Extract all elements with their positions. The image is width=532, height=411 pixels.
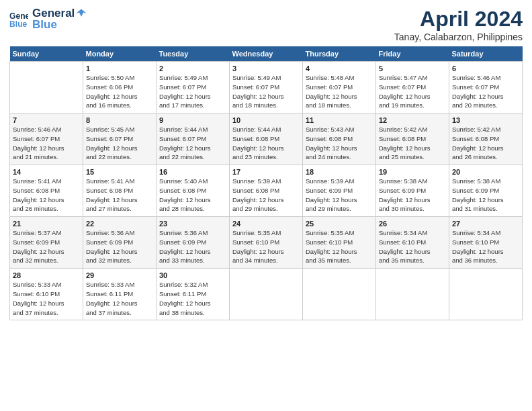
table-row bbox=[303, 269, 376, 320]
day-number: 17 bbox=[232, 168, 300, 176]
day-info: Sunrise: 5:41 AM Sunset: 6:08 PM Dayligh… bbox=[86, 177, 153, 214]
table-row: 18Sunrise: 5:39 AM Sunset: 6:09 PM Dayli… bbox=[303, 165, 376, 217]
day-info: Sunrise: 5:47 AM Sunset: 6:07 PM Dayligh… bbox=[379, 73, 446, 110]
day-number: 30 bbox=[159, 271, 226, 279]
day-number: 3 bbox=[232, 64, 300, 73]
calendar-week-5: 28Sunrise: 5:33 AM Sunset: 6:10 PM Dayli… bbox=[10, 269, 523, 320]
day-number: 13 bbox=[452, 116, 519, 124]
day-info: Sunrise: 5:35 AM Sunset: 6:10 PM Dayligh… bbox=[232, 228, 300, 265]
day-info: Sunrise: 5:39 AM Sunset: 6:09 PM Dayligh… bbox=[306, 177, 373, 214]
day-info: Sunrise: 5:41 AM Sunset: 6:08 PM Dayligh… bbox=[13, 177, 80, 214]
day-info: Sunrise: 5:46 AM Sunset: 6:07 PM Dayligh… bbox=[13, 125, 80, 162]
page-subtitle: Tanay, Calabarzon, Philippines bbox=[394, 32, 523, 42]
day-info: Sunrise: 5:43 AM Sunset: 6:08 PM Dayligh… bbox=[306, 125, 373, 162]
day-info: Sunrise: 5:33 AM Sunset: 6:10 PM Dayligh… bbox=[13, 280, 80, 317]
col-monday: Monday bbox=[83, 46, 157, 62]
day-number: 8 bbox=[86, 116, 153, 124]
title-block: April 2024 Tanay, Calabarzon, Philippine… bbox=[394, 7, 523, 42]
page-title: April 2024 bbox=[394, 7, 523, 32]
logo-blue: Blue bbox=[32, 18, 87, 32]
svg-marker-3 bbox=[76, 9, 87, 17]
table-row: 24Sunrise: 5:35 AM Sunset: 6:10 PM Dayli… bbox=[230, 217, 303, 269]
calendar-table: Sunday Monday Tuesday Wednesday Thursday… bbox=[9, 46, 523, 320]
table-row: 27Sunrise: 5:34 AM Sunset: 6:10 PM Dayli… bbox=[449, 217, 523, 269]
col-tuesday: Tuesday bbox=[157, 46, 230, 62]
day-number: 15 bbox=[86, 168, 153, 176]
table-row: 20Sunrise: 5:38 AM Sunset: 6:09 PM Dayli… bbox=[449, 165, 523, 217]
col-friday: Friday bbox=[376, 46, 449, 62]
day-info: Sunrise: 5:44 AM Sunset: 6:07 PM Dayligh… bbox=[159, 125, 226, 162]
table-row: 16Sunrise: 5:40 AM Sunset: 6:08 PM Dayli… bbox=[157, 165, 230, 217]
day-info: Sunrise: 5:46 AM Sunset: 6:07 PM Dayligh… bbox=[452, 73, 519, 110]
calendar-week-1: 1Sunrise: 5:50 AM Sunset: 6:06 PM Daylig… bbox=[10, 62, 523, 113]
day-info: Sunrise: 5:36 AM Sunset: 6:09 PM Dayligh… bbox=[159, 228, 226, 265]
calendar-week-3: 14Sunrise: 5:41 AM Sunset: 6:08 PM Dayli… bbox=[10, 165, 523, 217]
calendar-week-4: 21Sunrise: 5:37 AM Sunset: 6:09 PM Dayli… bbox=[10, 217, 523, 269]
day-info: Sunrise: 5:37 AM Sunset: 6:09 PM Dayligh… bbox=[13, 228, 80, 265]
table-row bbox=[10, 62, 83, 113]
day-number: 25 bbox=[306, 220, 373, 228]
table-row: 14Sunrise: 5:41 AM Sunset: 6:08 PM Dayli… bbox=[10, 165, 83, 217]
day-info: Sunrise: 5:38 AM Sunset: 6:09 PM Dayligh… bbox=[452, 177, 519, 214]
day-info: Sunrise: 5:42 AM Sunset: 6:08 PM Dayligh… bbox=[379, 125, 446, 162]
table-row: 4Sunrise: 5:48 AM Sunset: 6:07 PM Daylig… bbox=[303, 62, 376, 113]
svg-text:Blue: Blue bbox=[9, 19, 28, 29]
day-info: Sunrise: 5:32 AM Sunset: 6:11 PM Dayligh… bbox=[159, 280, 226, 317]
table-row: 23Sunrise: 5:36 AM Sunset: 6:09 PM Dayli… bbox=[157, 217, 230, 269]
header-row: Sunday Monday Tuesday Wednesday Thursday… bbox=[10, 46, 523, 62]
day-info: Sunrise: 5:48 AM Sunset: 6:07 PM Dayligh… bbox=[306, 73, 373, 110]
day-info: Sunrise: 5:49 AM Sunset: 6:07 PM Dayligh… bbox=[232, 73, 300, 110]
logo: General Blue General Blue bbox=[9, 7, 87, 32]
table-row: 1Sunrise: 5:50 AM Sunset: 6:06 PM Daylig… bbox=[83, 62, 157, 113]
day-number: 20 bbox=[452, 168, 519, 176]
day-number: 16 bbox=[159, 168, 226, 176]
day-number: 26 bbox=[379, 220, 446, 228]
day-info: Sunrise: 5:36 AM Sunset: 6:09 PM Dayligh… bbox=[86, 228, 153, 265]
table-row: 25Sunrise: 5:35 AM Sunset: 6:10 PM Dayli… bbox=[303, 217, 376, 269]
day-number: 19 bbox=[379, 168, 446, 176]
day-info: Sunrise: 5:35 AM Sunset: 6:10 PM Dayligh… bbox=[306, 228, 373, 265]
day-info: Sunrise: 5:45 AM Sunset: 6:07 PM Dayligh… bbox=[86, 125, 153, 162]
table-row: 5Sunrise: 5:47 AM Sunset: 6:07 PM Daylig… bbox=[376, 62, 449, 113]
table-row: 12Sunrise: 5:42 AM Sunset: 6:08 PM Dayli… bbox=[376, 113, 449, 165]
day-number: 21 bbox=[13, 220, 80, 228]
day-number: 6 bbox=[452, 64, 519, 73]
table-row: 30Sunrise: 5:32 AM Sunset: 6:11 PM Dayli… bbox=[157, 269, 230, 320]
table-row: 22Sunrise: 5:36 AM Sunset: 6:09 PM Dayli… bbox=[83, 217, 157, 269]
day-info: Sunrise: 5:40 AM Sunset: 6:08 PM Dayligh… bbox=[159, 177, 226, 214]
table-row: 9Sunrise: 5:44 AM Sunset: 6:07 PM Daylig… bbox=[157, 113, 230, 165]
day-number: 2 bbox=[159, 64, 226, 73]
table-row: 19Sunrise: 5:38 AM Sunset: 6:09 PM Dayli… bbox=[376, 165, 449, 217]
table-row bbox=[376, 269, 449, 320]
day-number: 18 bbox=[306, 168, 373, 176]
table-row: 7Sunrise: 5:46 AM Sunset: 6:07 PM Daylig… bbox=[10, 113, 83, 165]
day-number: 14 bbox=[13, 168, 80, 176]
day-info: Sunrise: 5:34 AM Sunset: 6:10 PM Dayligh… bbox=[379, 228, 446, 265]
day-number: 7 bbox=[13, 116, 80, 124]
calendar-week-2: 7Sunrise: 5:46 AM Sunset: 6:07 PM Daylig… bbox=[10, 113, 523, 165]
day-number: 29 bbox=[86, 271, 153, 279]
day-info: Sunrise: 5:38 AM Sunset: 6:09 PM Dayligh… bbox=[379, 177, 446, 214]
day-info: Sunrise: 5:44 AM Sunset: 6:08 PM Dayligh… bbox=[232, 125, 300, 162]
logo-bird-icon bbox=[76, 8, 87, 19]
col-wednesday: Wednesday bbox=[230, 46, 303, 62]
table-row: 3Sunrise: 5:49 AM Sunset: 6:07 PM Daylig… bbox=[230, 62, 303, 113]
table-row: 29Sunrise: 5:33 AM Sunset: 6:11 PM Dayli… bbox=[83, 269, 157, 320]
table-row: 13Sunrise: 5:42 AM Sunset: 6:08 PM Dayli… bbox=[449, 113, 523, 165]
day-info: Sunrise: 5:49 AM Sunset: 6:07 PM Dayligh… bbox=[159, 73, 226, 110]
day-number: 4 bbox=[306, 64, 373, 73]
logo-icon: General Blue bbox=[9, 10, 28, 29]
day-number: 27 bbox=[452, 220, 519, 228]
day-info: Sunrise: 5:33 AM Sunset: 6:11 PM Dayligh… bbox=[86, 280, 153, 317]
page: General Blue General Blue April 2024 Tan… bbox=[0, 0, 532, 411]
table-row: 6Sunrise: 5:46 AM Sunset: 6:07 PM Daylig… bbox=[449, 62, 523, 113]
table-row: 21Sunrise: 5:37 AM Sunset: 6:09 PM Dayli… bbox=[10, 217, 83, 269]
col-saturday: Saturday bbox=[449, 46, 523, 62]
calendar-body: 1Sunrise: 5:50 AM Sunset: 6:06 PM Daylig… bbox=[10, 62, 523, 320]
table-row: 2Sunrise: 5:49 AM Sunset: 6:07 PM Daylig… bbox=[157, 62, 230, 113]
col-sunday: Sunday bbox=[10, 46, 83, 62]
table-row: 28Sunrise: 5:33 AM Sunset: 6:10 PM Dayli… bbox=[10, 269, 83, 320]
day-number: 22 bbox=[86, 220, 153, 228]
day-number: 5 bbox=[379, 64, 446, 73]
table-row: 10Sunrise: 5:44 AM Sunset: 6:08 PM Dayli… bbox=[230, 113, 303, 165]
